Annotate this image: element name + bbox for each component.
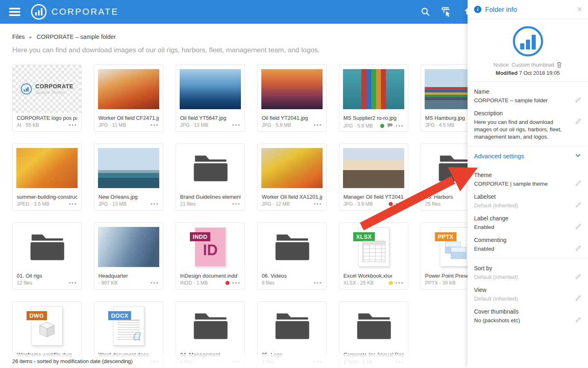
edit-icon[interactable]	[575, 96, 581, 105]
more-options-button[interactable]: ●●●	[151, 202, 159, 206]
file-card[interactable]: Headquarter· 997 KB●●●	[94, 222, 163, 289]
brand-name: CORPORATE	[51, 7, 119, 17]
file-caption: InDesign document.inddINDD · 1 MB●●●	[176, 271, 245, 286]
file-card[interactable]: Worker Oil field CF2471.jpgJPG · 11 MB●●…	[94, 65, 163, 132]
corporate-logo-text: CORPORATESample Theme	[36, 83, 74, 95]
more-options-button[interactable]: ●●●	[314, 281, 323, 285]
more-options-button[interactable]: ●●●	[232, 123, 241, 127]
file-title: New Orleans.jpg	[98, 194, 159, 200]
file-card[interactable]: New Orleans.jpgJPG · 13 MB●●●	[94, 144, 163, 211]
field-label: Label change	[474, 215, 571, 222]
select-files-icon[interactable]	[441, 7, 452, 17]
info-icon: i	[474, 6, 481, 13]
file-card[interactable]: Brand Guidelines elements21 files●●●	[176, 144, 245, 211]
file-card[interactable]: summer-building-constructionJPEG · 3.5 M…	[12, 144, 82, 211]
folder-description: Here you can find and download images of…	[12, 46, 468, 54]
edit-icon[interactable]	[575, 245, 581, 253]
edit-icon[interactable]	[575, 180, 581, 188]
more-options-button[interactable]: ●●●	[69, 123, 78, 127]
close-icon[interactable]: ×	[577, 5, 582, 14]
file-meta: 21 files	[180, 201, 196, 207]
advanced-settings-label: Advanced settings	[474, 153, 524, 159]
transparent-background: CORPORATESample Theme	[13, 65, 81, 113]
file-card[interactable]: XLSXExcel Workbook.xlsxXLSX · 25 KB●●●	[339, 222, 408, 289]
file-card[interactable]: INDDIDInDesign document.inddINDD · 1 MB●…	[176, 222, 245, 289]
menu-icon[interactable]	[9, 6, 20, 18]
panel-field: Sort byDefault (inherited)	[474, 265, 581, 281]
pptx-file-icon: PPTX	[421, 223, 468, 271]
file-card[interactable]: Oil field YT5647.jpgJPG · 13 MB●●●	[176, 65, 245, 132]
more-options-button[interactable]: ●●●	[396, 281, 404, 285]
folder-icon	[176, 144, 245, 192]
green-label-dot	[380, 124, 384, 128]
breadcrumb-files-link[interactable]: Files	[12, 34, 25, 40]
file-meta-row: 12 files●●●	[17, 280, 77, 286]
more-options-button[interactable]: ●●●	[69, 281, 78, 285]
file-thumbnail	[13, 144, 81, 192]
file-title: CORPORATE logo pos payoff	[17, 115, 77, 121]
xlsx-file-icon: XLSX	[339, 223, 408, 271]
filetype-badge: INDD	[190, 232, 210, 241]
file-card[interactable]: Manager Oil field YT2041JPG · 3.9 MB●●●	[339, 144, 408, 211]
more-options-button[interactable]: ●●●	[314, 123, 323, 127]
photo-thumbnail	[98, 69, 159, 109]
file-meta: 6 files	[262, 280, 274, 286]
photo-thumbnail	[16, 148, 78, 188]
file-card[interactable]: CORPORATESample ThemeCORPORATE logo pos …	[12, 65, 82, 132]
field-label: Cover thumbnails	[474, 308, 571, 316]
file-title: Worker Oil field XA1201.jpg	[262, 194, 322, 200]
yellow-label-dot	[389, 281, 393, 285]
more-options-button[interactable]: ●●●	[314, 202, 323, 206]
document-page: XLSX	[358, 227, 389, 267]
field-value: Enabled	[474, 245, 571, 253]
file-meta-row: AI · 55 KB●●●	[17, 122, 77, 128]
file-card[interactable]: 06. Videos6 files●●●	[257, 222, 327, 289]
file-card[interactable]: 01. Oil rigs12 files●●●	[12, 222, 82, 289]
field-value: Default (inherited)	[474, 202, 571, 209]
more-options-button[interactable]: ●●●	[151, 123, 159, 127]
file-card[interactable]: Oil field YT2041.jpgJPG · 5.9 MB●●●	[257, 65, 327, 132]
more-options-button[interactable]: ●●●	[151, 281, 159, 285]
file-title: Oil field YT5647.jpg	[180, 115, 241, 121]
photo-thumbnail	[343, 69, 404, 109]
more-options-button[interactable]: ●●●	[232, 281, 241, 285]
file-caption: Worker Oil field XA1201.jpgJPG · 12 MB●●…	[258, 192, 326, 207]
edit-icon[interactable]	[575, 295, 581, 303]
brand-logo[interactable]: CORPORATE	[31, 4, 119, 20]
delete-thumbnail-icon[interactable]	[557, 62, 562, 68]
file-card[interactable]: 03. Harbors25 files●●●	[421, 144, 468, 211]
edit-icon[interactable]	[575, 273, 581, 281]
search-icon[interactable]	[421, 7, 430, 17]
watermark-letter: a	[133, 324, 142, 345]
file-meta-row: 6 files●●●	[262, 280, 322, 286]
file-title: MS Hamburg.jpg	[425, 115, 468, 121]
docx-file-icon: DOCXa	[94, 302, 163, 350]
edit-icon[interactable]	[575, 118, 581, 126]
more-options-button[interactable]: ●●●	[232, 202, 241, 206]
corporate-logo-icon	[21, 83, 32, 94]
file-card[interactable]: MS Supplier2 ro-ro.jpgJPG · 5.9 MB●●●	[339, 65, 408, 132]
panel-title: Folder info	[485, 6, 517, 13]
edit-icon[interactable]	[575, 316, 581, 325]
more-options-button[interactable]: ●●●	[69, 202, 78, 206]
file-meta-row: JPG · 5.9 MB●●●	[343, 122, 404, 130]
file-title: InDesign document.indd	[180, 273, 241, 279]
file-thumbnail	[339, 65, 408, 113]
advanced-settings-toggle[interactable]: Advanced settings	[468, 146, 588, 165]
file-caption: MS Supplier2 ro-ro.jpgJPG · 5.9 MB●●●	[339, 113, 408, 130]
field-value: CORPORATE | sample theme	[474, 180, 571, 188]
folder-info-panel: i Folder info × Notice: Custom thumbnail…	[468, 0, 588, 368]
status-bar: 26 items - sorted by modification date (…	[0, 354, 468, 368]
edit-icon[interactable]	[575, 202, 581, 210]
more-options-button[interactable]: ●●●	[396, 124, 404, 128]
file-meta-row: 25 files●●●	[425, 201, 468, 207]
panel-field: Cover thumbnailsNo (packshots etc)	[474, 308, 581, 324]
file-meta-row: JPEG · 3.5 MB●●●	[17, 201, 77, 207]
file-badges: ●●●	[151, 281, 159, 285]
file-card[interactable]: MS Hamburg.jpgJPG · 4.5 MB●●●	[421, 65, 468, 132]
more-options-button[interactable]: ●●●	[396, 202, 404, 206]
file-card[interactable]: Worker Oil field XA1201.jpgJPG · 12 MB●●…	[257, 144, 327, 211]
file-title: 06. Videos	[262, 273, 322, 279]
file-card[interactable]: PPTXPower Point PresentPPTX · 39 KB●●●	[421, 222, 468, 289]
edit-icon[interactable]	[575, 223, 581, 231]
